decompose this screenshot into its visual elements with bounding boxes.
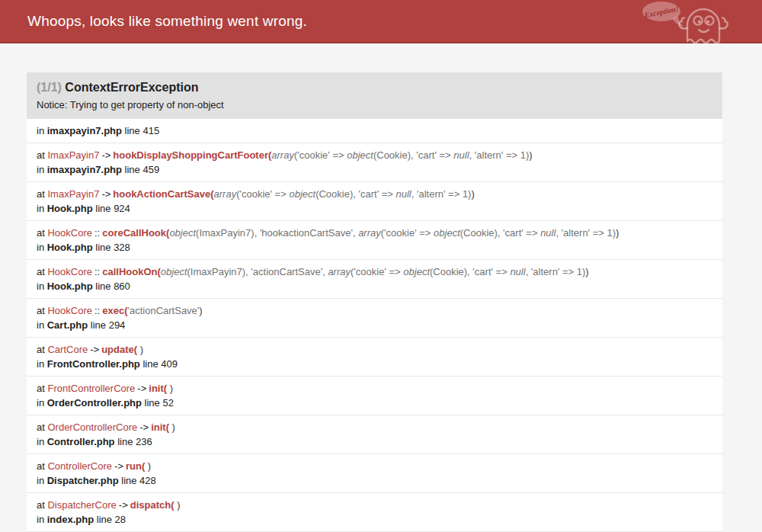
trace-row: at ImaxPayin7->hookActionCartSave(array(… bbox=[27, 182, 722, 221]
trace-file: in Controller.php line 236 bbox=[37, 434, 712, 449]
trace-row: at FrontControllerCore->init( )in OrderC… bbox=[27, 377, 722, 415]
trace-class: ControllerCore bbox=[47, 460, 112, 472]
trace-row: at ControllerCore->run( )in Dispatcher.p… bbox=[27, 454, 722, 493]
trace-method: callHookOn( bbox=[102, 266, 161, 277]
trace-call: at ImaxPayin7->hookActionCartSave(array(… bbox=[37, 187, 712, 201]
stack-trace: in imaxpayin7.php line 415at ImaxPayin7-… bbox=[27, 119, 722, 532]
trace-call: at ImaxPayin7->hookDisplayShoppingCartFo… bbox=[37, 148, 712, 162]
trace-file: in imaxpayin7.php line 459 bbox=[37, 162, 712, 177]
trace-file: in Dispatcher.php line 428 bbox=[37, 473, 712, 488]
trace-method: dispatch( bbox=[130, 499, 174, 511]
error-header: Whoops, looks like something went wrong.… bbox=[0, 0, 762, 43]
exception-ghost-illustration: Exception! bbox=[642, 1, 732, 43]
trace-class: HookCore bbox=[47, 266, 92, 277]
trace-class: HookCore bbox=[47, 305, 92, 316]
trace-file: in index.php line 28 bbox=[37, 512, 712, 527]
trace-method: exec( bbox=[102, 305, 127, 316]
exception-counter: (1/1) bbox=[37, 81, 62, 94]
trace-file: in OrderController.php line 52 bbox=[37, 396, 712, 410]
trace-call: at CartCore->update( ) bbox=[37, 342, 712, 357]
trace-file: in Hook.php line 328 bbox=[37, 240, 712, 255]
trace-class: ImaxPayin7 bbox=[47, 149, 99, 161]
trace-class: DispatcherCore bbox=[47, 499, 116, 511]
trace-call: at ControllerCore->run( ) bbox=[37, 459, 712, 473]
trace-method: update( bbox=[101, 344, 137, 355]
trace-call: at DispatcherCore->dispatch( ) bbox=[37, 498, 712, 512]
ghost-icon bbox=[679, 9, 727, 43]
trace-row: at DispatcherCore->dispatch( )in index.p… bbox=[27, 493, 722, 532]
trace-file: in FrontController.php line 409 bbox=[37, 357, 712, 371]
trace-row: at ImaxPayin7->hookDisplayShoppingCartFo… bbox=[27, 143, 722, 182]
trace-file: in Cart.php line 294 bbox=[37, 318, 712, 332]
trace-class: OrderControllerCore bbox=[47, 421, 137, 433]
trace-call: at HookCore::callHookOn(object(ImaxPayin… bbox=[37, 264, 712, 279]
trace-arguments: object(ImaxPayin7), 'actionCartSave', ar… bbox=[161, 266, 586, 277]
trace-method: run( bbox=[126, 460, 145, 472]
trace-method: hookDisplayShoppingCartFooter( bbox=[113, 149, 271, 161]
trace-class: FrontControllerCore bbox=[47, 383, 135, 394]
trace-method: hookActionCartSave( bbox=[113, 188, 213, 200]
speech-bubble: Exception! bbox=[642, 2, 684, 27]
trace-arguments: array('cookie' => object(Cookie), 'cart'… bbox=[214, 188, 472, 200]
trace-file: in Hook.php line 924 bbox=[37, 201, 712, 216]
exception-panel: (1/1) ContextErrorException Notice: Tryi… bbox=[27, 72, 722, 532]
trace-file: in Hook.php line 860 bbox=[37, 279, 712, 293]
trace-arguments: 'actionCartSave' bbox=[127, 305, 199, 316]
trace-arguments: array('cookie' => object(Cookie), 'cart'… bbox=[271, 149, 529, 161]
trace-call: at OrderControllerCore->init( ) bbox=[37, 420, 712, 434]
trace-call: at HookCore::coreCallHook(object(ImaxPay… bbox=[37, 226, 712, 240]
trace-row: at HookCore::exec('actionCartSave')in Ca… bbox=[27, 299, 722, 338]
exception-summary: (1/1) ContextErrorException Notice: Tryi… bbox=[27, 72, 722, 119]
trace-file: in imaxpayin7.php line 415 bbox=[37, 123, 712, 138]
exception-title: (1/1) ContextErrorException bbox=[37, 79, 712, 95]
trace-row: at HookCore::coreCallHook(object(ImaxPay… bbox=[27, 221, 722, 260]
trace-call: at FrontControllerCore->init( ) bbox=[37, 381, 712, 396]
trace-method: coreCallHook( bbox=[102, 227, 169, 239]
trace-row: at HookCore::callHookOn(object(ImaxPayin… bbox=[27, 260, 722, 299]
trace-method: init( bbox=[151, 421, 169, 433]
trace-row: at OrderControllerCore->init( )in Contro… bbox=[27, 415, 722, 454]
trace-class: CartCore bbox=[47, 344, 88, 355]
trace-class: ImaxPayin7 bbox=[47, 188, 99, 200]
page-title: Whoops, looks like something went wrong. bbox=[27, 13, 307, 30]
trace-arguments: object(ImaxPayin7), 'hookactionCartSave'… bbox=[169, 227, 616, 239]
trace-row: at CartCore->update( )in FrontController… bbox=[27, 338, 722, 377]
trace-class: HookCore bbox=[47, 227, 92, 239]
exception-message: Notice: Trying to get property of non-ob… bbox=[37, 99, 712, 111]
trace-method: init( bbox=[149, 383, 167, 394]
exception-class: ContextErrorException bbox=[65, 81, 198, 94]
trace-call: at HookCore::exec('actionCartSave') bbox=[37, 303, 712, 318]
trace-row: in imaxpayin7.php line 415 bbox=[27, 119, 722, 143]
